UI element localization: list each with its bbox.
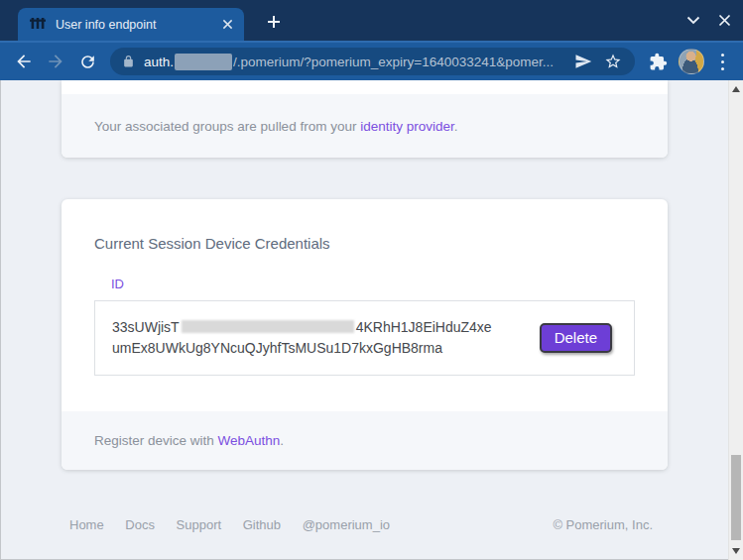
webauthn-link[interactable]: WebAuthn: [218, 433, 281, 448]
credential-row: 33sUWjisT4KRhH1J8EiHduZ4xe umEx8UWkUg8YN…: [94, 300, 635, 376]
page-content: Your associated groups are pulled from y…: [0, 80, 743, 560]
delete-button[interactable]: Delete: [540, 323, 612, 353]
footer-link-docs[interactable]: Docs: [125, 517, 155, 532]
webauthn-note-text: Register device with WebAuthn.: [94, 433, 284, 448]
tab-title: User info endpoint: [56, 18, 217, 32]
tab-strip: User info endpoint: [0, 0, 743, 41]
id-column-header: ID: [94, 277, 635, 291]
browser-toolbar: auth. /.pomerium/?pomerium_expiry=164003…: [0, 41, 743, 80]
address-bar[interactable]: auth. /.pomerium/?pomerium_expiry=164003…: [110, 48, 635, 75]
groups-card: Your associated groups are pulled from y…: [62, 80, 668, 158]
groups-note-text: Your associated groups are pulled from y…: [94, 119, 457, 134]
credential-redaction-blur: [182, 320, 354, 333]
webauthn-note: Register device with WebAuthn.: [62, 411, 668, 470]
card-title: Current Session Device Credentials: [94, 235, 635, 253]
page-footer: Home Docs Support Github @pomerium_io © …: [62, 517, 668, 532]
scrollbar-thumb[interactable]: [731, 455, 741, 540]
credential-id: 33sUWjisT4KRhH1J8EiHduZ4xe umEx8UWkUg8YN…: [112, 317, 524, 359]
lock-icon: [122, 55, 135, 68]
url-domain: auth.: [144, 55, 174, 69]
identity-provider-link[interactable]: identity provider: [360, 119, 454, 134]
page-scrollbar[interactable]: [728, 80, 743, 560]
url-path: /.pomerium/?pomerium_expiry=1640033241&p…: [233, 55, 554, 69]
footer-link-home[interactable]: Home: [69, 517, 104, 532]
reload-button[interactable]: [71, 46, 103, 77]
footer-link-github[interactable]: Github: [243, 517, 281, 532]
new-tab-button[interactable]: [260, 8, 288, 36]
footer-link-twitter[interactable]: @pomerium_io: [303, 517, 390, 532]
extensions-puzzle-icon[interactable]: [642, 46, 674, 77]
tab-user-info-endpoint[interactable]: User info endpoint: [18, 8, 244, 41]
url-text: auth. /.pomerium/?pomerium_expiry=164003…: [144, 54, 565, 70]
forward-button[interactable]: [40, 46, 71, 77]
scrollbar-down-arrow-icon[interactable]: [732, 548, 740, 554]
scrollbar-up-arrow-icon[interactable]: [732, 86, 740, 92]
browser-menu-kebab-icon[interactable]: [709, 49, 735, 74]
profile-avatar[interactable]: [679, 49, 704, 74]
copyright: © Pomerium, Inc.: [553, 517, 653, 532]
tab-search-chevron-icon[interactable]: [686, 16, 700, 25]
tabbar-controls: [686, 0, 731, 41]
pomerium-favicon-icon: [30, 18, 46, 32]
groups-note: Your associated groups are pulled from y…: [62, 94, 668, 158]
bookmark-star-icon[interactable]: [601, 50, 625, 73]
footer-link-support[interactable]: Support: [177, 517, 222, 532]
device-credentials-card: Current Session Device Credentials ID 33…: [62, 199, 668, 470]
groups-card-body: [62, 80, 668, 94]
back-button[interactable]: [8, 46, 40, 77]
send-icon[interactable]: [571, 50, 595, 73]
window-close-icon[interactable]: [718, 14, 731, 27]
tab-close-icon[interactable]: [217, 15, 237, 35]
browser-window: User info endpoint: [0, 0, 743, 560]
url-redaction-blur: [175, 54, 232, 70]
footer-links: Home Docs Support Github @pomerium_io: [69, 517, 408, 532]
